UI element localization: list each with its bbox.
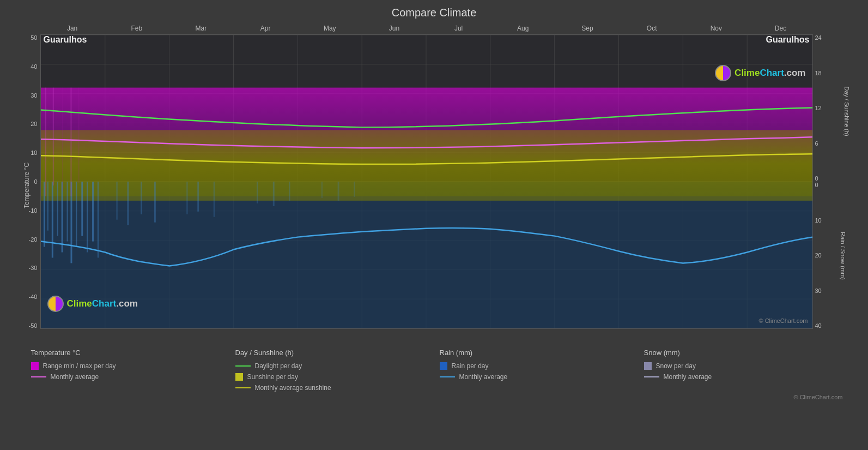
watermark: © ClimeChart.com bbox=[758, 317, 808, 324]
svg-rect-41 bbox=[186, 182, 187, 214]
x-label-sep: Sep bbox=[555, 25, 620, 35]
x-label-apr: Apr bbox=[233, 25, 298, 35]
legend-temp-avg-icon bbox=[31, 376, 46, 377]
legend-temperature: Temperature °C Range min / max per day M… bbox=[26, 349, 230, 392]
svg-rect-33 bbox=[81, 182, 83, 236]
svg-rect-36 bbox=[97, 182, 98, 257]
svg-rect-27 bbox=[51, 182, 53, 257]
svg-rect-47 bbox=[321, 182, 322, 198]
legend-sunshine-avg: Monthly average sunshine bbox=[235, 384, 429, 392]
chart-wrapper: Temperature °C 50 40 30 20 10 0 -10 -20 … bbox=[12, 23, 857, 340]
legend-temp-range-label: Range min / max per day bbox=[43, 362, 116, 370]
legend-daylight-icon bbox=[235, 365, 251, 367]
legend-temp-range: Range min / max per day bbox=[31, 362, 224, 370]
legend-snow-avg: Monthly average bbox=[644, 373, 837, 381]
legend-snow: Snow (mm) Snow per day Monthly average bbox=[639, 349, 843, 392]
svg-rect-34 bbox=[87, 182, 88, 253]
svg-rect-54 bbox=[78, 88, 79, 183]
legend-snow-box-label: Snow per day bbox=[656, 362, 696, 370]
x-label-mar: Mar bbox=[169, 25, 233, 35]
legend-rain-avg: Monthly average bbox=[440, 373, 633, 381]
y-axis-right-bottom-label: Rain / Snow (mm) bbox=[840, 232, 846, 280]
y-axis-right-bottom: 0 10 20 30 40 bbox=[813, 182, 835, 329]
legend-temperature-title: Temperature °C bbox=[31, 349, 224, 357]
svg-rect-37 bbox=[116, 182, 117, 220]
svg-rect-35 bbox=[92, 182, 94, 242]
chart-area: Guarulhos Guarulhos ClimeChart.com bbox=[40, 23, 813, 340]
legend-sunshine-avg-label: Monthly average sunshine bbox=[255, 384, 331, 392]
svg-rect-28 bbox=[57, 182, 58, 236]
svg-rect-40 bbox=[154, 182, 155, 223]
x-label-jul: Jul bbox=[427, 25, 491, 35]
svg-rect-38 bbox=[127, 182, 129, 225]
legend-sunshine: Day / Sunshine (h) Daylight per day Suns… bbox=[230, 349, 434, 392]
x-label-dec: Dec bbox=[748, 25, 812, 35]
svg-rect-51 bbox=[52, 88, 53, 185]
chart-inner: Guarulhos Guarulhos ClimeChart.com bbox=[40, 34, 813, 329]
svg-rect-25 bbox=[43, 182, 45, 247]
location-label-right: Guarulhos bbox=[766, 35, 809, 45]
y-axis-right-top: 24 18 12 6 0 bbox=[813, 34, 835, 182]
legend-rain-box: Rain per day bbox=[440, 362, 633, 370]
legend-daylight: Daylight per day bbox=[235, 362, 429, 370]
svg-rect-50 bbox=[45, 88, 46, 196]
legend-daylight-label: Daylight per day bbox=[255, 362, 302, 370]
legend-snow-avg-icon bbox=[644, 376, 659, 377]
x-label-jan: Jan bbox=[40, 25, 105, 35]
page-title: Compare Climate bbox=[392, 7, 477, 19]
svg-rect-43 bbox=[213, 182, 214, 217]
legend-temp-avg-label: Monthly average bbox=[51, 373, 99, 381]
legend-container: Temperature °C Range min / max per day M… bbox=[26, 349, 843, 392]
svg-rect-49 bbox=[354, 182, 355, 197]
svg-rect-46 bbox=[289, 182, 290, 201]
logo-top-right: ClimeChart.com bbox=[715, 65, 805, 81]
svg-rect-44 bbox=[257, 182, 258, 203]
legend-rain-title: Rain (mm) bbox=[440, 349, 633, 357]
svg-rect-45 bbox=[272, 182, 274, 206]
legend-sunshine-box-icon bbox=[235, 373, 243, 381]
chart-svg bbox=[41, 35, 812, 328]
svg-rect-39 bbox=[141, 182, 142, 214]
legend-rain-avg-label: Monthly average bbox=[459, 373, 508, 381]
legend-sunshine-avg-icon bbox=[235, 387, 251, 388]
x-label-jun: Jun bbox=[362, 25, 426, 35]
legend-snow-title: Snow (mm) bbox=[644, 349, 837, 357]
y-axis-left-label: Temperature °C bbox=[23, 163, 31, 208]
legend-snow-box-icon bbox=[644, 362, 652, 370]
legend-sunshine-box-label: Sunshine per day bbox=[247, 373, 298, 381]
x-label-feb: Feb bbox=[105, 25, 169, 35]
x-label-may: May bbox=[298, 25, 362, 35]
legend-sunshine-title: Day / Sunshine (h) bbox=[235, 349, 429, 357]
x-axis: Jan Feb Mar Apr May Jun Jul Aug Sep Oct … bbox=[40, 25, 813, 35]
copyright: © ClimeChart.com bbox=[26, 394, 843, 400]
x-label-nov: Nov bbox=[684, 25, 748, 35]
svg-rect-42 bbox=[197, 182, 199, 212]
page-container: Compare Climate Temperature °C 50 40 30 … bbox=[0, 0, 868, 450]
svg-rect-53 bbox=[70, 88, 71, 196]
legend-snow-avg-label: Monthly average bbox=[664, 373, 712, 381]
svg-rect-29 bbox=[61, 182, 63, 253]
svg-rect-32 bbox=[76, 182, 77, 247]
legend-rain: Rain (mm) Rain per day Monthly average bbox=[434, 349, 639, 392]
svg-rect-30 bbox=[66, 182, 68, 242]
location-label-left: Guarulhos bbox=[44, 35, 87, 45]
svg-rect-26 bbox=[47, 182, 48, 231]
y-axis-right-top-label: Day / Sunshine (h) bbox=[843, 86, 850, 136]
x-label-oct: Oct bbox=[620, 25, 684, 35]
logo-circle-bottom bbox=[47, 296, 64, 312]
logo-bottom-left: ClimeChart.com bbox=[47, 296, 138, 312]
legend-sunshine-box: Sunshine per day bbox=[235, 373, 429, 381]
svg-rect-48 bbox=[337, 182, 339, 201]
svg-rect-22 bbox=[41, 182, 812, 328]
legend-temp-avg: Monthly average bbox=[31, 373, 224, 381]
legend-snow-box: Snow per day bbox=[644, 362, 837, 370]
logo-circle-top bbox=[715, 65, 731, 81]
legend-rain-box-label: Rain per day bbox=[452, 362, 489, 370]
legend-rain-avg-icon bbox=[440, 376, 455, 377]
legend-temp-range-icon bbox=[31, 362, 39, 370]
legend-rain-box-icon bbox=[440, 362, 447, 370]
x-label-aug: Aug bbox=[491, 25, 555, 35]
logo-text-top: ClimeChart.com bbox=[735, 68, 805, 79]
logo-text-bottom: ClimeChart.com bbox=[67, 298, 138, 309]
